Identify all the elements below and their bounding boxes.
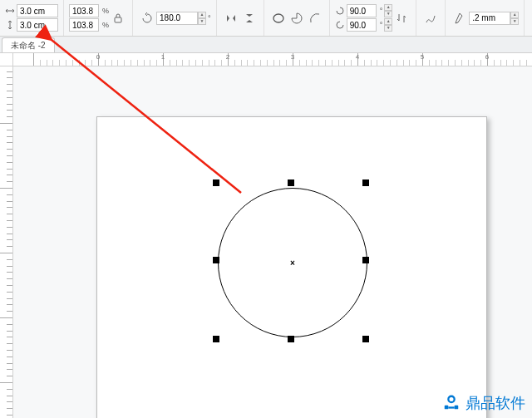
scale-group: % % [64, 0, 133, 36]
document-tabs: 未命名 -2 [0, 37, 532, 53]
outline-spinner[interactable]: ▲▼ [510, 12, 519, 25]
width-icon [5, 6, 15, 16]
angle-start-input[interactable] [347, 4, 377, 17]
svg-point-3 [448, 396, 454, 402]
property-bar: % % ▲▼ ° [0, 0, 532, 37]
mirror-v-button[interactable] [240, 9, 259, 27]
angle-end-spinner[interactable]: ▲▼ [384, 18, 392, 32]
angle-end-input[interactable] [347, 18, 377, 32]
pie-tool-button[interactable] [288, 9, 306, 27]
arc-tool-button[interactable] [306, 9, 324, 27]
selection-handle[interactable] [362, 257, 369, 263]
watermark: 鼎品软件 [442, 393, 525, 413]
selection-handle[interactable] [288, 179, 294, 186]
to-curves-button[interactable] [421, 9, 440, 27]
outline-width-input[interactable] [469, 12, 510, 25]
ruler-vertical[interactable] [0, 66, 13, 418]
scale-x-input[interactable] [69, 4, 99, 17]
mirror-h-button[interactable] [222, 9, 240, 27]
rotation-group: ▲▼ ° [133, 0, 217, 36]
arc-angles-group: ° ▲▼ ° ▲▼ [330, 0, 417, 36]
rotation-input[interactable] [156, 12, 198, 25]
ruler-tick-label: 2 [226, 53, 229, 61]
rotation-spinner[interactable]: ▲▼ [198, 12, 206, 25]
percent-label: % [102, 21, 109, 29]
percent-label: % [102, 7, 109, 15]
watermark-logo-icon [442, 394, 461, 412]
selection-handle[interactable] [362, 336, 369, 342]
degree-label: ° [208, 14, 211, 22]
pen-icon [451, 9, 469, 27]
angle-cw-icon [335, 6, 345, 16]
swap-angles-button[interactable] [392, 9, 411, 27]
height-input[interactable] [17, 18, 58, 32]
ruler-tick-label: 0 [96, 53, 100, 61]
tab-untitled[interactable]: 未命名 -2 [2, 37, 55, 52]
ruler-tick-label: 6 [485, 53, 489, 61]
width-input[interactable] [17, 4, 58, 17]
svg-point-1 [273, 14, 283, 22]
angle-start-spinner[interactable]: ▲▼ [384, 4, 392, 17]
ruler-origin[interactable] [0, 53, 13, 66]
ellipse-tool-button[interactable] [269, 9, 288, 27]
size-group [0, 0, 64, 36]
ruler-horizontal[interactable]: 01234567 [13, 53, 532, 66]
selection-handle[interactable] [288, 336, 294, 342]
scale-y-input[interactable] [69, 18, 99, 32]
canvas[interactable]: × [13, 66, 532, 418]
angle-ccw-icon [335, 20, 345, 30]
svg-rect-5 [455, 406, 459, 410]
watermark-text: 鼎品软件 [466, 393, 525, 413]
svg-rect-0 [115, 17, 121, 22]
ruler-tick-label: 3 [291, 53, 294, 61]
mirror-group [217, 0, 264, 36]
selection-handle[interactable] [213, 257, 219, 263]
ruler-tick-label: 1 [161, 53, 165, 61]
selection-center-marker: × [290, 258, 295, 268]
selection-handle[interactable] [213, 336, 219, 342]
rotate-icon [138, 9, 156, 27]
outline-group: ▲▼ [446, 0, 525, 36]
ruler-tick-label: 4 [356, 53, 359, 61]
degree-label: ° [380, 21, 383, 29]
selection-handle[interactable] [362, 179, 369, 186]
svg-rect-4 [445, 406, 449, 410]
ruler-tick-label: 5 [421, 53, 424, 61]
degree-label: ° [380, 7, 383, 15]
lock-ratio-button[interactable] [109, 9, 127, 27]
shape-tools-group [264, 0, 330, 36]
height-icon [5, 20, 15, 30]
selection-handle[interactable] [213, 179, 219, 186]
convert-group [416, 0, 446, 36]
